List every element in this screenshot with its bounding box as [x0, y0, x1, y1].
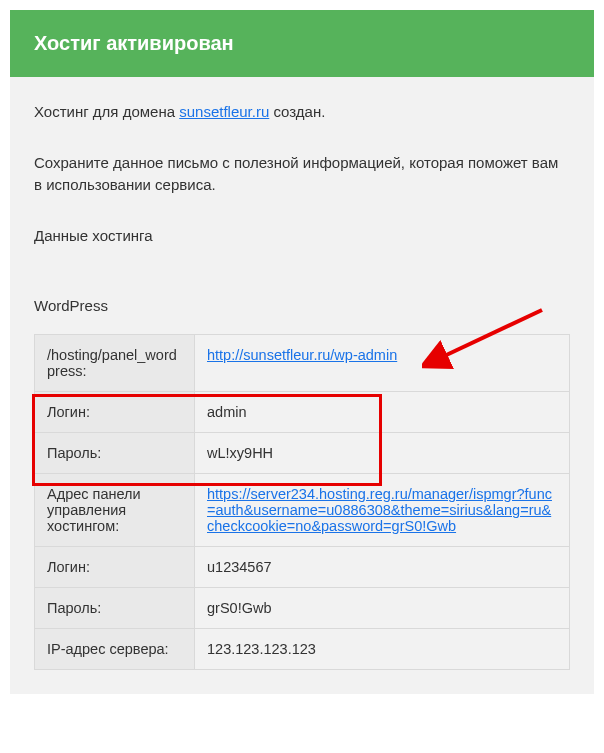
info-table: /hosting/panel_wordpress: http://sunsetf… [34, 334, 570, 670]
table-row: IP-адрес сервера: 123.123.123.123 [35, 629, 570, 670]
table-row: /hosting/panel_wordpress: http://sunsetf… [35, 335, 570, 392]
cell-val: 123.123.123.123 [195, 629, 570, 670]
section-title: WordPress [34, 297, 570, 314]
domain-link[interactable]: sunsetfleur.ru [179, 103, 269, 120]
intro-line-3: Данные хостинга [34, 225, 570, 248]
table-row: Адрес панели управления хостингом: https… [35, 474, 570, 547]
cell-val: http://sunsetfleur.ru/wp-admin [195, 335, 570, 392]
table-wrap: /hosting/panel_wordpress: http://sunsetf… [34, 334, 570, 670]
intro-line-2: Сохраните данное письмо с полезной инфор… [34, 152, 570, 197]
email-header: Хостиг активирован [10, 10, 594, 77]
intro-pre: Хостинг для домена [34, 103, 179, 120]
cell-val: grS0!Gwb [195, 588, 570, 629]
cell-key: /hosting/panel_wordpress: [35, 335, 195, 392]
table-row: Логин: u1234567 [35, 547, 570, 588]
email-body: Хостинг для домена sunsetfleur.ru создан… [10, 77, 594, 694]
cell-key: Логин: [35, 392, 195, 433]
cell-key: IP-адрес сервера: [35, 629, 195, 670]
email-title: Хостиг активирован [34, 32, 234, 54]
cell-key: Адрес панели управления хостингом: [35, 474, 195, 547]
cell-key: Логин: [35, 547, 195, 588]
cell-key: Пароль: [35, 433, 195, 474]
email-card: Хостиг активирован Хостинг для домена su… [10, 10, 594, 694]
table-row: Логин: admin [35, 392, 570, 433]
cell-val: admin [195, 392, 570, 433]
intro-line-1: Хостинг для домена sunsetfleur.ru создан… [34, 101, 570, 124]
table-row: Пароль: grS0!Gwb [35, 588, 570, 629]
cell-val: https://server234.hosting.reg.ru/manager… [195, 474, 570, 547]
intro-post: создан. [269, 103, 325, 120]
cell-val: wL!xy9HH [195, 433, 570, 474]
table-row: Пароль: wL!xy9HH [35, 433, 570, 474]
hosting-panel-link[interactable]: https://server234.hosting.reg.ru/manager… [207, 486, 552, 534]
cell-val: u1234567 [195, 547, 570, 588]
cell-key: Пароль: [35, 588, 195, 629]
wp-admin-link[interactable]: http://sunsetfleur.ru/wp-admin [207, 347, 397, 363]
